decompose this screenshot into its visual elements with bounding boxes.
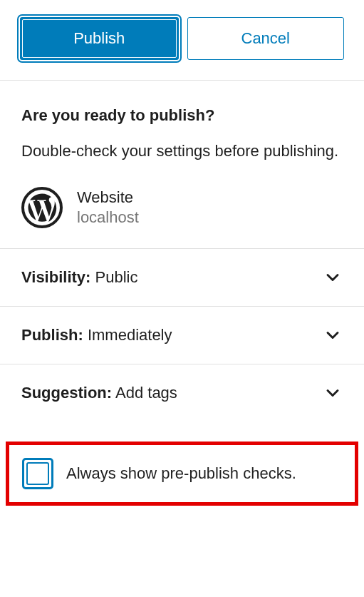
chevron-down-icon [323, 325, 343, 345]
publish-time-label: Publish: Immediately [21, 326, 172, 345]
prepublish-checkbox[interactable] [22, 458, 53, 489]
chevron-down-icon [323, 267, 343, 287]
site-row: Website localhost [21, 187, 343, 228]
wordpress-logo-icon [21, 187, 63, 228]
publish-button-label: Publish [73, 29, 125, 48]
publish-time-panel[interactable]: Publish: Immediately [0, 306, 364, 364]
visibility-panel[interactable]: Visibility: Public [0, 248, 364, 306]
intro-subtext: Double-check your settings before publis… [21, 139, 343, 163]
cancel-button-label: Cancel [241, 29, 290, 48]
suggestion-label: Suggestion: Add tags [21, 384, 177, 402]
prepublish-checks-section: Always show pre-publish checks. [6, 442, 358, 506]
suggestion-panel[interactable]: Suggestion: Add tags [0, 364, 364, 422]
prepublish-checkbox-label: Always show pre-publish checks. [66, 464, 296, 483]
intro-section: Are you ready to publish? Double-check y… [0, 81, 364, 248]
publish-button[interactable]: Publish [20, 17, 179, 60]
cancel-button[interactable]: Cancel [187, 17, 345, 60]
site-host: localhost [77, 208, 139, 227]
intro-heading: Are you ready to publish? [21, 106, 343, 125]
site-info: Website localhost [77, 188, 139, 227]
site-name: Website [77, 188, 139, 207]
visibility-label: Visibility: Public [21, 268, 137, 287]
chevron-down-icon [323, 383, 343, 403]
action-button-row: Publish Cancel [0, 0, 364, 81]
